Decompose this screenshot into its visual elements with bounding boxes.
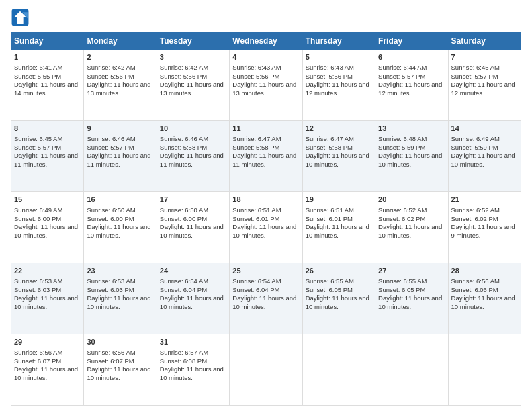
calendar-cell: 28Sunrise: 6:56 AMSunset: 6:06 PMDayligh… bbox=[448, 263, 521, 334]
calendar-cell: 14Sunrise: 6:49 AMSunset: 5:59 PMDayligh… bbox=[448, 121, 521, 192]
page: SundayMondayTuesdayWednesdayThursdayFrid… bbox=[0, 0, 532, 411]
calendar-cell: 15Sunrise: 6:49 AMSunset: 6:00 PMDayligh… bbox=[11, 192, 84, 263]
day-number: 22 bbox=[14, 266, 81, 276]
col-header-friday: Friday bbox=[375, 33, 448, 50]
day-number: 26 bbox=[306, 266, 372, 276]
calendar-cell: 23Sunrise: 6:53 AMSunset: 6:03 PMDayligh… bbox=[84, 263, 157, 334]
logo-icon bbox=[11, 8, 30, 27]
day-number: 10 bbox=[160, 124, 226, 134]
day-number: 29 bbox=[14, 337, 81, 347]
day-number: 8 bbox=[14, 124, 81, 134]
calendar-cell: 29Sunrise: 6:56 AMSunset: 6:07 PMDayligh… bbox=[11, 334, 84, 406]
col-header-sunday: Sunday bbox=[11, 33, 84, 50]
calendar-cell: 27Sunrise: 6:55 AMSunset: 6:05 PMDayligh… bbox=[375, 263, 448, 334]
calendar-cell bbox=[302, 334, 375, 406]
calendar-cell: 7Sunrise: 6:45 AMSunset: 5:57 PMDaylight… bbox=[448, 50, 521, 121]
day-number: 19 bbox=[306, 195, 372, 205]
day-number: 23 bbox=[87, 266, 153, 276]
day-number: 18 bbox=[232, 195, 299, 205]
day-number: 17 bbox=[160, 195, 226, 205]
calendar-cell bbox=[448, 334, 521, 406]
week-row-4: 22Sunrise: 6:53 AMSunset: 6:03 PMDayligh… bbox=[11, 263, 521, 334]
week-row-2: 8Sunrise: 6:45 AMSunset: 5:57 PMDaylight… bbox=[11, 121, 521, 192]
day-number: 9 bbox=[87, 124, 153, 134]
calendar-cell: 10Sunrise: 6:46 AMSunset: 5:58 PMDayligh… bbox=[157, 121, 229, 192]
calendar-cell: 16Sunrise: 6:50 AMSunset: 6:00 PMDayligh… bbox=[84, 192, 157, 263]
day-number: 25 bbox=[232, 266, 299, 276]
day-number: 21 bbox=[451, 195, 518, 205]
calendar-cell: 17Sunrise: 6:50 AMSunset: 6:00 PMDayligh… bbox=[157, 192, 229, 263]
col-header-tuesday: Tuesday bbox=[157, 33, 229, 50]
day-number: 28 bbox=[451, 266, 518, 276]
calendar-cell: 18Sunrise: 6:51 AMSunset: 6:01 PMDayligh… bbox=[230, 192, 302, 263]
calendar-cell: 31Sunrise: 6:57 AMSunset: 6:08 PMDayligh… bbox=[157, 334, 229, 406]
calendar-cell: 20Sunrise: 6:52 AMSunset: 6:02 PMDayligh… bbox=[375, 192, 448, 263]
day-number: 13 bbox=[378, 124, 445, 134]
logo bbox=[11, 8, 32, 27]
day-number: 14 bbox=[451, 124, 518, 134]
week-row-5: 29Sunrise: 6:56 AMSunset: 6:07 PMDayligh… bbox=[11, 334, 521, 406]
calendar-cell: 25Sunrise: 6:54 AMSunset: 6:04 PMDayligh… bbox=[230, 263, 302, 334]
calendar-cell bbox=[375, 334, 448, 406]
calendar-cell: 3Sunrise: 6:42 AMSunset: 5:56 PMDaylight… bbox=[157, 50, 229, 121]
day-number: 1 bbox=[14, 52, 81, 62]
week-row-3: 15Sunrise: 6:49 AMSunset: 6:00 PMDayligh… bbox=[11, 192, 521, 263]
day-number: 11 bbox=[232, 124, 299, 134]
calendar-cell: 8Sunrise: 6:45 AMSunset: 5:57 PMDaylight… bbox=[11, 121, 84, 192]
day-number: 2 bbox=[87, 52, 153, 62]
day-number: 15 bbox=[14, 195, 81, 205]
calendar-cell bbox=[230, 334, 302, 406]
calendar-cell: 12Sunrise: 6:47 AMSunset: 5:58 PMDayligh… bbox=[302, 121, 375, 192]
day-number: 16 bbox=[87, 195, 153, 205]
col-header-monday: Monday bbox=[84, 33, 157, 50]
day-number: 3 bbox=[160, 52, 226, 62]
calendar-cell: 4Sunrise: 6:43 AMSunset: 5:56 PMDaylight… bbox=[230, 50, 302, 121]
calendar-cell: 9Sunrise: 6:46 AMSunset: 5:57 PMDaylight… bbox=[84, 121, 157, 192]
day-number: 27 bbox=[378, 266, 445, 276]
calendar-cell: 19Sunrise: 6:51 AMSunset: 6:01 PMDayligh… bbox=[302, 192, 375, 263]
calendar-cell: 5Sunrise: 6:43 AMSunset: 5:56 PMDaylight… bbox=[302, 50, 375, 121]
calendar-cell: 1Sunrise: 6:41 AMSunset: 5:55 PMDaylight… bbox=[11, 50, 84, 121]
col-header-wednesday: Wednesday bbox=[230, 33, 302, 50]
calendar-cell: 30Sunrise: 6:56 AMSunset: 6:07 PMDayligh… bbox=[84, 334, 157, 406]
day-number: 24 bbox=[160, 266, 226, 276]
calendar-cell: 13Sunrise: 6:48 AMSunset: 5:59 PMDayligh… bbox=[375, 121, 448, 192]
calendar-cell: 11Sunrise: 6:47 AMSunset: 5:58 PMDayligh… bbox=[230, 121, 302, 192]
calendar-cell: 24Sunrise: 6:54 AMSunset: 6:04 PMDayligh… bbox=[157, 263, 229, 334]
calendar-cell: 6Sunrise: 6:44 AMSunset: 5:57 PMDaylight… bbox=[375, 50, 448, 121]
calendar-table: SundayMondayTuesdayWednesdayThursdayFrid… bbox=[11, 32, 521, 406]
calendar-cell: 22Sunrise: 6:53 AMSunset: 6:03 PMDayligh… bbox=[11, 263, 84, 334]
day-number: 31 bbox=[160, 337, 226, 347]
day-number: 12 bbox=[306, 124, 372, 134]
col-header-thursday: Thursday bbox=[302, 33, 375, 50]
calendar-cell: 2Sunrise: 6:42 AMSunset: 5:56 PMDaylight… bbox=[84, 50, 157, 121]
day-number: 7 bbox=[451, 52, 518, 62]
day-number: 20 bbox=[378, 195, 445, 205]
col-header-saturday: Saturday bbox=[448, 33, 521, 50]
day-number: 4 bbox=[232, 52, 299, 62]
calendar-header-row: SundayMondayTuesdayWednesdayThursdayFrid… bbox=[11, 33, 521, 50]
day-number: 6 bbox=[378, 52, 445, 62]
calendar-cell: 21Sunrise: 6:52 AMSunset: 6:02 PMDayligh… bbox=[448, 192, 521, 263]
day-number: 30 bbox=[87, 337, 153, 347]
header bbox=[11, 8, 521, 27]
day-number: 5 bbox=[306, 52, 372, 62]
week-row-1: 1Sunrise: 6:41 AMSunset: 5:55 PMDaylight… bbox=[11, 50, 521, 121]
calendar-cell: 26Sunrise: 6:55 AMSunset: 6:05 PMDayligh… bbox=[302, 263, 375, 334]
